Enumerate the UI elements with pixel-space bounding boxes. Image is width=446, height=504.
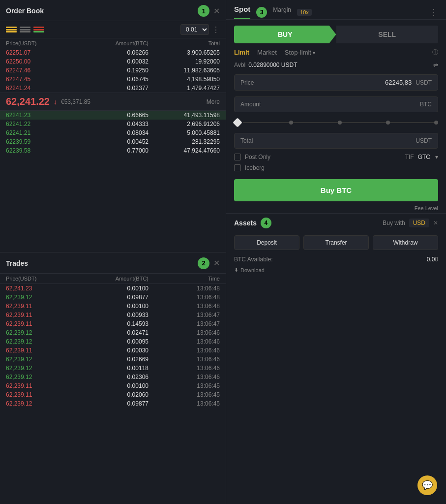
bid-amount: 0.66665 — [77, 112, 149, 119]
btc-available-value: 0.00 — [427, 256, 438, 263]
trade-time: 13:06:46 — [149, 347, 220, 354]
total-unit: USDT — [416, 137, 432, 144]
trade-row[interactable]: 62,239.120.0011813:06:46 — [0, 364, 226, 373]
transfer-button[interactable]: Transfer — [303, 235, 369, 250]
ask-price: 62247.46 — [6, 67, 77, 74]
info-icon[interactable]: ⓘ — [432, 48, 438, 57]
amount-field[interactable]: Amount BTC — [234, 96, 438, 112]
iceberg-label: Iceberg — [245, 164, 265, 171]
view-bids-icon[interactable] — [33, 26, 44, 33]
trade-time: 13:06:45 — [149, 391, 220, 398]
iceberg-checkbox[interactable] — [234, 164, 241, 171]
mid-price-more-button[interactable]: More — [207, 98, 220, 105]
view-both-icon[interactable] — [6, 26, 17, 33]
bid-price: 62239.58 — [6, 147, 77, 154]
trade-row[interactable]: 62,239.110.0206013:06:45 — [0, 390, 226, 399]
post-only-label: Post Only — [245, 154, 270, 160]
trade-row[interactable]: 62,241.230.0010013:06:48 — [0, 284, 226, 293]
trade-time: 13:06:48 — [149, 303, 220, 310]
trade-row[interactable]: 62,239.120.0230613:06:46 — [0, 373, 226, 381]
bid-row[interactable]: 62241.220.043332,696.91206 — [0, 120, 226, 128]
trade-time: 13:06:46 — [149, 365, 220, 372]
trade-amount: 0.14593 — [77, 320, 149, 327]
tif-select[interactable]: GTC — [418, 154, 430, 160]
assets-close-button[interactable]: ✕ — [433, 220, 438, 226]
margin-tab[interactable]: Margin — [273, 6, 291, 18]
ask-row[interactable]: 62251.070.062663,900.65205 — [0, 48, 226, 57]
deposit-button[interactable]: Deposit — [234, 235, 299, 250]
chat-bubble-button[interactable]: 💬 — [417, 475, 437, 495]
tif-dropdown-icon[interactable]: ▾ — [435, 154, 438, 160]
slider-start-thumb[interactable] — [233, 118, 242, 127]
download-row[interactable]: ⬇ Download — [226, 265, 446, 275]
trades-close-button[interactable]: ✕ — [213, 258, 220, 268]
slider-row — [226, 115, 446, 130]
bid-total: 41,493.11598 — [149, 112, 220, 119]
transfer-icon[interactable]: ⇌ — [433, 62, 438, 68]
limit-button[interactable]: Limit — [234, 49, 249, 56]
sell-button[interactable]: SELL — [336, 26, 439, 43]
bid-row[interactable]: 62241.210.080345,000.45881 — [0, 128, 226, 137]
trade-time: 13:06:45 — [149, 400, 220, 407]
bid-row[interactable]: 62241.230.6666541,493.11598 — [0, 111, 226, 120]
post-only-checkbox[interactable] — [234, 154, 241, 160]
trade-row[interactable]: 62,239.120.0987713:06:45 — [0, 399, 226, 408]
price-field[interactable]: Price 62245,83 USDT — [234, 74, 438, 91]
trade-price: 62,239.11 — [6, 391, 77, 398]
trade-price: 62,239.12 — [6, 294, 77, 301]
trade-row[interactable]: 62,239.120.0266913:06:46 — [0, 355, 226, 364]
ask-total: 4,198.59050 — [149, 76, 220, 83]
trade-amount: 0.00100 — [77, 382, 149, 389]
trade-amount: 0.02669 — [77, 356, 149, 363]
trade-row[interactable]: 62,239.110.0093313:06:47 — [0, 311, 226, 319]
order-book-close-button[interactable]: ✕ — [213, 6, 220, 16]
ask-row[interactable]: 62247.450.067454,198.59050 — [0, 75, 226, 84]
bid-price: 62241.23 — [6, 112, 77, 119]
trade-time: 13:06:46 — [149, 338, 220, 345]
trade-amount: 0.00030 — [77, 347, 149, 354]
market-button[interactable]: Market — [257, 49, 277, 56]
buy-btc-button[interactable]: Buy BTC — [234, 179, 438, 201]
view-asks-icon[interactable] — [20, 26, 30, 33]
trade-amount: 0.09877 — [77, 400, 149, 407]
avbl-row: Avbl 0.02890000 USDT ⇌ — [226, 59, 446, 71]
trades-header: Trades 2 ✕ — [0, 252, 226, 274]
trades-table-header: Price(USDT) Amount(BTC) Time — [0, 274, 226, 284]
currency-badge[interactable]: USD — [409, 219, 429, 227]
asset-buttons-row: Deposit Transfer Withdraw — [226, 232, 446, 254]
order-book-panel: Order Book 1 ✕ 0.01 0.1 — [0, 0, 226, 252]
spot-tab[interactable]: Spot — [234, 5, 250, 19]
trade-row[interactable]: 62,239.120.0009513:06:46 — [0, 337, 226, 346]
trade-row[interactable]: 62,239.120.0987713:06:48 — [0, 293, 226, 302]
decimal-select[interactable]: 0.01 0.1 1 — [180, 24, 209, 35]
bid-row[interactable]: 62239.580.7700047,924.47660 — [0, 146, 226, 155]
ask-row[interactable]: 62247.460.1925011,982.63605 — [0, 66, 226, 75]
toolbar-more-button[interactable]: ⋮ — [212, 25, 220, 34]
trade-row[interactable]: 62,239.110.0003013:06:46 — [0, 346, 226, 355]
trade-row[interactable]: 62,239.110.1459313:06:47 — [0, 319, 226, 328]
order-book-table-header: Price(USDT) Amount(BTC) Total — [0, 38, 226, 48]
trade-row[interactable]: 62,239.110.0010013:06:48 — [0, 302, 226, 311]
bid-price: 62241.22 — [6, 121, 77, 127]
ask-total: 3,900.65205 — [149, 49, 220, 56]
trade-row[interactable]: 62,239.120.0247113:06:46 — [0, 328, 226, 337]
bid-amount: 0.08034 — [77, 129, 149, 136]
ask-amount: 0.06745 — [77, 76, 149, 83]
withdraw-button[interactable]: Withdraw — [373, 235, 438, 250]
spot-more-button[interactable]: ⋮ — [429, 7, 438, 18]
ask-row[interactable]: 62241.240.023771,479.47427 — [0, 84, 226, 93]
trade-amount: 0.00118 — [77, 365, 149, 372]
buy-button[interactable]: BUY — [234, 26, 336, 43]
bid-total: 2,696.91206 — [149, 121, 220, 127]
bid-row[interactable]: 62239.590.00452281.32295 — [0, 137, 226, 146]
total-field[interactable]: Total USDT — [234, 133, 438, 149]
avbl-value: 0.02890000 USDT — [248, 62, 297, 68]
trade-row[interactable]: 62,239.110.0010013:06:45 — [0, 381, 226, 390]
leverage-badge[interactable]: 10x — [297, 9, 312, 16]
trade-price: 62,239.11 — [6, 312, 77, 318]
fee-level-row[interactable]: Fee Level — [226, 203, 446, 213]
ask-row[interactable]: 62250.000.0003219.92000 — [0, 57, 226, 66]
trade-price: 62,239.11 — [6, 303, 77, 310]
stop-limit-button[interactable]: Stop-limit — [285, 49, 315, 56]
slider-track[interactable] — [243, 122, 436, 123]
